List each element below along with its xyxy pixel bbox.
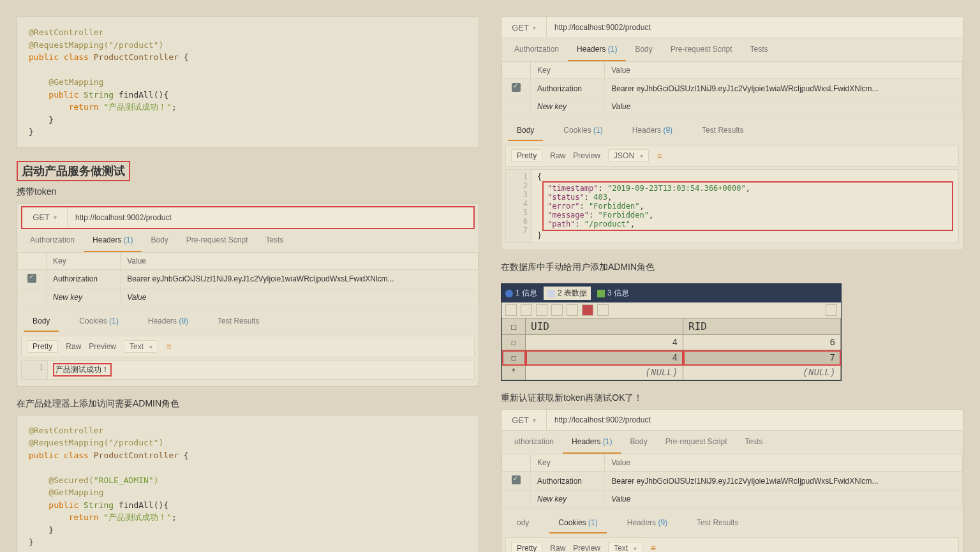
tab-Test Results[interactable]: Test Results bbox=[209, 310, 268, 332]
tab-Cookies[interactable]: Cookies (1) bbox=[70, 310, 127, 332]
db-toolbar-btn[interactable] bbox=[521, 304, 532, 316]
db-toolbar-btn[interactable] bbox=[505, 304, 517, 316]
code-block-2: @RestController @RequestMapping("/produc… bbox=[17, 415, 479, 553]
pretty-button[interactable]: Pretty bbox=[511, 149, 542, 162]
tab-Headers[interactable]: Headers (1) bbox=[563, 431, 621, 454]
tab-Cookies[interactable]: Cookies (1) bbox=[554, 119, 611, 141]
tab-uthorization[interactable]: uthorization bbox=[505, 431, 563, 454]
checkbox-icon[interactable] bbox=[512, 475, 521, 484]
tab-Pre-request Script[interactable]: Pre-request Script bbox=[657, 431, 736, 454]
wrap-icon[interactable]: ≡ bbox=[166, 341, 170, 352]
new-value-input[interactable]: Value bbox=[121, 288, 479, 306]
pretty-button[interactable]: Pretty bbox=[27, 340, 58, 353]
wrap-icon[interactable]: ≡ bbox=[657, 151, 660, 161]
right-column: GET▾ http://localhost:9002/product Autho… bbox=[501, 17, 963, 552]
header-key-input[interactable]: Authorization bbox=[531, 79, 605, 98]
tab-Headers[interactable]: Headers (9) bbox=[623, 119, 681, 141]
chevron-down-icon: ▾ bbox=[54, 214, 57, 221]
db-tab[interactable]: 1 信息 bbox=[505, 287, 537, 300]
response-tabs: BodyCookies (1)Headers (9)Test Results bbox=[501, 116, 963, 141]
tab-ody[interactable]: ody bbox=[508, 512, 538, 533]
tab-Headers[interactable]: Headers (1) bbox=[84, 229, 142, 252]
tab-Tests[interactable]: Tests bbox=[256, 229, 292, 252]
http-method-selector[interactable]: GET▾ bbox=[501, 17, 547, 38]
section-heading-4: 在数据库中手动给用户添加ADMIN角色 bbox=[501, 262, 963, 273]
section-heading-1: 启动产品服务做测试 bbox=[17, 161, 479, 181]
request-tabs: AuthorizationHeaders (1)BodyPre-request … bbox=[17, 229, 479, 252]
tab-Body[interactable]: Body bbox=[621, 431, 656, 454]
header-value-input[interactable]: Bearer eyJhbGciOiJSUzI1NiJ9.eyJ1c2VyIjoi… bbox=[605, 472, 963, 491]
tab-Authorization[interactable]: Authorization bbox=[21, 229, 84, 252]
url-input[interactable]: http://localhost:9002/product bbox=[547, 17, 963, 38]
tab-Cookies[interactable]: Cookies (1) bbox=[549, 512, 606, 533]
tab-Pre-request Script[interactable]: Pre-request Script bbox=[177, 229, 257, 252]
type-selector[interactable]: JSON ▾ bbox=[608, 149, 649, 162]
header-key-input[interactable]: Authorization bbox=[531, 472, 605, 491]
db-panel: 1 信息2 表数据3 信息 ☐UIDRID☐46☐47*(NULL)(NULL) bbox=[501, 283, 842, 381]
new-value-input[interactable]: Value bbox=[605, 491, 963, 508]
new-key-input[interactable]: New key bbox=[531, 98, 605, 116]
new-key-input[interactable]: New key bbox=[531, 491, 605, 508]
db-toolbar-btn[interactable] bbox=[826, 304, 837, 316]
raw-button[interactable]: Raw bbox=[66, 342, 81, 351]
response-format-bar: Pretty Raw Preview Text ▾ ≡ bbox=[21, 336, 475, 357]
db-tab[interactable]: 2 表数据 bbox=[544, 287, 591, 300]
db-toolbar bbox=[501, 302, 841, 318]
postman-panel-1: GET▾ http://localhost:9002/product Autho… bbox=[17, 203, 479, 387]
type-selector[interactable]: Text ▾ bbox=[608, 542, 642, 552]
tab-Pre-request Script[interactable]: Pre-request Script bbox=[662, 38, 741, 61]
checkbox-icon[interactable] bbox=[512, 83, 521, 92]
header-value-input[interactable]: Bearer eyJhbGciOiJSUzI1NiJ9.eyJ1c2VyIjoi… bbox=[121, 269, 479, 288]
tab-Headers[interactable]: Headers (9) bbox=[139, 310, 197, 332]
response-tabs: odyCookies (1)Headers (9)Test Results bbox=[501, 508, 963, 533]
pretty-button[interactable]: Pretty bbox=[511, 542, 542, 552]
response-body: 1 产品测试成功！ bbox=[21, 360, 475, 380]
headers-table: KeyValue Authorization Bearer eyJhbGciOi… bbox=[501, 61, 963, 116]
raw-button[interactable]: Raw bbox=[550, 544, 565, 552]
type-selector[interactable]: Text ▾ bbox=[124, 340, 158, 353]
header-value-input[interactable]: Bearer eyJhbGciOiJSUzI1NiJ9.eyJ1c2VyIjoi… bbox=[605, 79, 963, 98]
tab-Tests[interactable]: Tests bbox=[736, 431, 771, 454]
preview-button[interactable]: Preview bbox=[573, 151, 600, 160]
section-heading-2: 在产品处理器上添加访问需要ADMIN角色 bbox=[17, 398, 479, 410]
db-tab[interactable]: 3 信息 bbox=[597, 287, 629, 300]
tab-Headers[interactable]: Headers (9) bbox=[618, 512, 676, 533]
http-method-selector[interactable]: GET▾ bbox=[501, 410, 547, 430]
db-toolbar-btn[interactable] bbox=[567, 304, 578, 316]
db-grid: ☐UIDRID☐46☐47*(NULL)(NULL) bbox=[501, 318, 841, 380]
tab-Test Results[interactable]: Test Results bbox=[688, 512, 747, 533]
tab-Body[interactable]: Body bbox=[626, 38, 661, 61]
response-body: 1234567 {"timestamp": "2019-09-23T13:03:… bbox=[505, 169, 959, 243]
delete-icon[interactable] bbox=[582, 304, 593, 316]
code-block-1: @RestController @RequestMapping("/produc… bbox=[17, 17, 479, 148]
response-format-bar: Pretty Raw Preview Text ▾ ≡ bbox=[505, 537, 959, 552]
http-method-selector[interactable]: GET▾ bbox=[22, 207, 68, 228]
tab-Authorization[interactable]: Authorization bbox=[505, 38, 568, 61]
wrap-icon[interactable]: ≡ bbox=[650, 543, 654, 552]
response-format-bar: Pretty Raw Preview JSON ▾ ≡ bbox=[505, 145, 959, 167]
tab-Tests[interactable]: Tests bbox=[741, 38, 776, 61]
tab-Body[interactable]: Body bbox=[24, 310, 59, 332]
preview-button[interactable]: Preview bbox=[573, 544, 600, 552]
new-value-input[interactable]: Value bbox=[605, 98, 963, 116]
tab-Headers[interactable]: Headers (1) bbox=[568, 38, 626, 61]
tab-Body[interactable]: Body bbox=[142, 229, 177, 252]
preview-button[interactable]: Preview bbox=[89, 342, 116, 351]
raw-button[interactable]: Raw bbox=[550, 151, 565, 160]
checkbox-icon[interactable] bbox=[27, 274, 36, 283]
headers-table: KeyValue Authorization Bearer eyJhbGciOi… bbox=[17, 252, 479, 306]
db-toolbar-btn[interactable] bbox=[551, 304, 563, 316]
tab-Test Results[interactable]: Test Results bbox=[693, 119, 752, 141]
db-toolbar-btn[interactable] bbox=[536, 304, 547, 316]
postman-panel-2: GET▾ http://localhost:9002/product Autho… bbox=[501, 17, 963, 250]
url-input[interactable]: http://localhost:9002/product bbox=[547, 410, 963, 430]
section-heading-5: 重新认证获取新token再测试OK了！ bbox=[501, 392, 963, 404]
response-tabs: BodyCookies (1)Headers (9)Test Results bbox=[17, 306, 479, 332]
new-key-input[interactable]: New key bbox=[47, 288, 121, 306]
chevron-down-icon: ▾ bbox=[533, 24, 536, 31]
postman-panel-3: GET▾ http://localhost:9002/product uthor… bbox=[501, 409, 963, 552]
header-key-input[interactable]: Authorization bbox=[47, 269, 121, 288]
db-toolbar-btn[interactable] bbox=[597, 304, 609, 316]
url-input[interactable]: http://localhost:9002/product bbox=[68, 207, 473, 228]
tab-Body[interactable]: Body bbox=[508, 119, 543, 141]
